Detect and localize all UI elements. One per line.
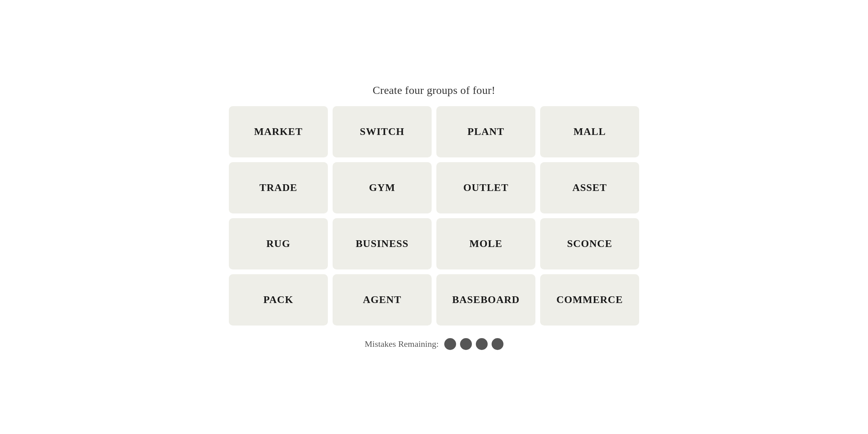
word-label-mole: MOLE (470, 238, 503, 250)
word-card-market[interactable]: MARKET (229, 106, 328, 157)
word-card-switch[interactable]: SWITCH (333, 106, 432, 157)
word-label-trade: TRADE (259, 182, 297, 194)
word-label-business: BUSINESS (355, 238, 408, 250)
word-label-baseboard: BASEBOARD (452, 294, 520, 306)
word-card-asset[interactable]: ASSET (540, 162, 639, 213)
mistakes-label: Mistakes Remaining: (365, 339, 439, 349)
word-card-mall[interactable]: MALL (540, 106, 639, 157)
mistakes-dots (444, 338, 503, 350)
word-card-pack[interactable]: PACK (229, 274, 328, 326)
word-label-agent: AGENT (363, 294, 402, 306)
word-card-plant[interactable]: PLANT (436, 106, 535, 157)
word-label-outlet: OUTLET (463, 182, 509, 194)
word-label-sconce: SCONCE (567, 238, 612, 250)
word-card-gym[interactable]: GYM (333, 162, 432, 213)
mistake-dot-2 (460, 338, 472, 350)
word-card-mole[interactable]: MOLE (436, 218, 535, 269)
word-label-commerce: COMMERCE (556, 294, 623, 306)
mistake-dot-4 (492, 338, 503, 350)
word-label-pack: PACK (264, 294, 294, 306)
word-card-outlet[interactable]: OUTLET (436, 162, 535, 213)
mistake-dot-1 (444, 338, 456, 350)
word-card-business[interactable]: BUSINESS (333, 218, 432, 269)
word-label-switch: SWITCH (360, 126, 404, 138)
mistakes-section: Mistakes Remaining: (365, 338, 503, 350)
word-label-gym: GYM (369, 182, 395, 194)
word-label-asset: ASSET (572, 182, 607, 194)
game-container: Create four groups of four! MARKETSWITCH… (229, 84, 639, 350)
word-card-baseboard[interactable]: BASEBOARD (436, 274, 535, 326)
word-card-agent[interactable]: AGENT (333, 274, 432, 326)
mistake-dot-3 (476, 338, 488, 350)
subtitle: Create four groups of four! (373, 84, 496, 97)
word-label-market: MARKET (254, 126, 303, 138)
word-label-mall: MALL (573, 126, 606, 138)
word-label-plant: PLANT (468, 126, 504, 138)
word-card-sconce[interactable]: SCONCE (540, 218, 639, 269)
word-card-commerce[interactable]: COMMERCE (540, 274, 639, 326)
word-card-trade[interactable]: TRADE (229, 162, 328, 213)
word-card-rug[interactable]: RUG (229, 218, 328, 269)
word-label-rug: RUG (266, 238, 290, 250)
word-grid: MARKETSWITCHPLANTMALLTRADEGYMOUTLETASSET… (229, 106, 639, 326)
